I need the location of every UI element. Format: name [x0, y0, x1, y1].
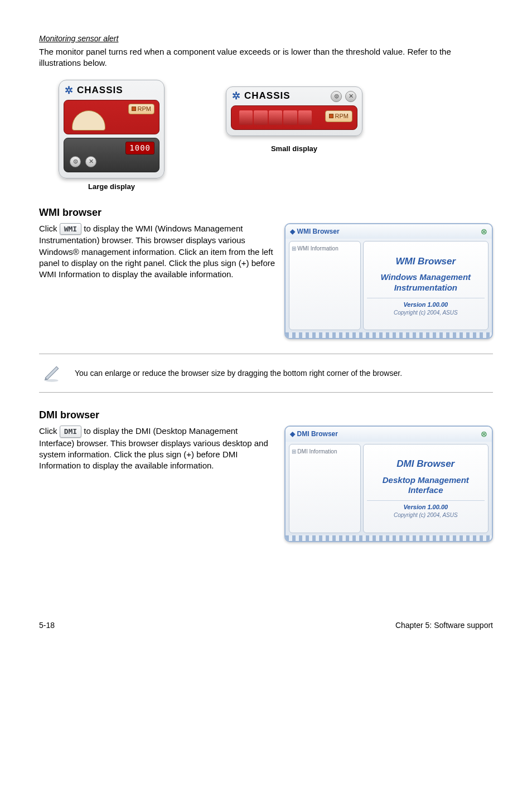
- wmi-main-panel: WMI Browser Windows Management Instrumen…: [363, 241, 489, 330]
- wmi-window-body: WMI Information WMI Browser Windows Mana…: [286, 239, 492, 332]
- small-display-column: ✲ CHASSIS ⊜ ✕ RPM Small display: [226, 86, 362, 153]
- chapter-label: Chapter 5: Software support: [395, 620, 493, 631]
- close-icon[interactable]: ✕: [85, 156, 96, 167]
- dmi-window-title: DMI Browser: [297, 430, 338, 438]
- expand-icon[interactable]: ⊜: [331, 91, 342, 102]
- wmi-window-title: WMI Browser: [297, 228, 340, 235]
- chassis-large-gray-area: 1000 ⊜ ✕: [64, 138, 159, 172]
- rpm-badge: RPM: [325, 110, 352, 122]
- fan-icon: ✲: [232, 89, 241, 103]
- expand-icon[interactable]: ⊜: [70, 156, 81, 167]
- dmi-main-sub1: Desktop Management: [367, 475, 485, 486]
- panel-row: ✲ CHASSIS RPM 1000 ⊜ ✕ Large display: [59, 80, 493, 191]
- app-icon: ◆: [290, 228, 295, 235]
- close-icon[interactable]: ✕: [345, 91, 356, 102]
- dmi-window-body: DMI Information DMI Browser Desktop Mana…: [286, 442, 492, 535]
- pencil-icon: [39, 362, 65, 384]
- wmi-window-titlebar: ◆WMI Browser ⊗: [286, 224, 492, 239]
- wmi-main-title: WMI Browser: [367, 255, 485, 268]
- chassis-small-header: ✲ CHASSIS ⊜ ✕: [226, 87, 362, 105]
- large-display-column: ✲ CHASSIS RPM 1000 ⊜ ✕ Large display: [59, 80, 165, 191]
- small-display-caption: Small display: [226, 144, 362, 154]
- chassis-small-title: CHASSIS: [244, 90, 291, 103]
- wmi-main-sub2: Instrumentation: [367, 283, 485, 293]
- note-text: You can enlarge or reduce the browser si…: [75, 368, 402, 379]
- wmi-row: Click WMI to display the WMI (Windows Ma…: [39, 223, 493, 340]
- chassis-large-title: CHASSIS: [77, 84, 123, 97]
- rpm-label: RPM: [138, 105, 151, 113]
- window-close-icon[interactable]: ⊗: [481, 429, 487, 439]
- page-number: 5-18: [39, 620, 55, 631]
- dmi-row: Click DMI to display the DMI (Desktop Ma…: [39, 426, 493, 542]
- dmi-window-titlebar: ◆DMI Browser ⊗: [286, 427, 492, 442]
- dmi-heading: DMI browser: [39, 408, 493, 422]
- dmi-main-sub2: Interface: [367, 485, 485, 496]
- rpm-label: RPM: [335, 112, 349, 120]
- control-row: ⊜ ✕: [70, 156, 96, 167]
- dmi-tree-root[interactable]: DMI Information: [292, 448, 358, 456]
- dmi-screenshot: ◆DMI Browser ⊗ DMI Information DMI Brows…: [284, 426, 493, 542]
- dmi-paragraph: Click DMI to display the DMI (Desktop Ma…: [39, 426, 275, 472]
- wmi-window: ◆WMI Browser ⊗ WMI Information WMI Brows…: [284, 223, 493, 340]
- wmi-copyright: Copyright (c) 2004, ASUS: [367, 309, 485, 317]
- gauge-dial: [72, 110, 105, 131]
- large-display-caption: Large display: [59, 182, 165, 192]
- rpm-badge: RPM: [128, 104, 154, 114]
- wmi-heading: WMI browser: [39, 206, 493, 219]
- note-row: You can enlarge or reduce the browser si…: [39, 354, 493, 393]
- app-icon: ◆: [290, 430, 295, 438]
- dmi-main-panel: DMI Browser Desktop Management Interface…: [363, 444, 489, 533]
- chassis-small-panel: ✲ CHASSIS ⊜ ✕ RPM: [226, 86, 362, 136]
- wmi-tree-root[interactable]: WMI Information: [292, 245, 358, 253]
- window-resize-grip[interactable]: [286, 535, 492, 541]
- dmi-copyright: Copyright (c) 2004, ASUS: [367, 511, 485, 519]
- dmi-tree-panel[interactable]: DMI Information: [289, 444, 361, 533]
- wmi-screenshot: ◆WMI Browser ⊗ WMI Information WMI Brows…: [284, 223, 493, 340]
- section-body: The monitor panel turns red when a compo…: [39, 46, 493, 69]
- wmi-paragraph: Click WMI to display the WMI (Windows Ma…: [39, 223, 275, 281]
- wmi-tree-panel[interactable]: WMI Information: [289, 241, 361, 330]
- digital-readout: 1000: [125, 142, 154, 154]
- rpm-icon: [132, 107, 136, 111]
- chassis-large-red-area: RPM: [64, 100, 159, 134]
- dmi-window: ◆DMI Browser ⊗ DMI Information DMI Brows…: [284, 426, 493, 542]
- segment-display: [239, 110, 312, 125]
- chassis-large-header: ✲ CHASSIS: [59, 80, 164, 99]
- wmi-version: Version 1.00.00: [367, 298, 485, 309]
- dmi-main-title: DMI Browser: [367, 458, 485, 471]
- wmi-text-prefix: Click: [39, 224, 60, 233]
- chassis-small-red-area: RPM: [231, 105, 357, 130]
- dmi-version: Version 1.00.00: [367, 500, 485, 511]
- wmi-main-sub1: Windows Management: [367, 272, 485, 283]
- wmi-button[interactable]: WMI: [60, 223, 81, 235]
- dmi-text-prefix: Click: [39, 426, 60, 436]
- dmi-button[interactable]: DMI: [60, 426, 81, 438]
- rpm-icon: [329, 114, 333, 118]
- chassis-large-panel: ✲ CHASSIS RPM 1000 ⊜ ✕: [59, 80, 165, 178]
- window-resize-grip[interactable]: [286, 332, 492, 338]
- fan-icon: ✲: [65, 84, 74, 97]
- page-footer: 5-18 Chapter 5: Software support: [39, 620, 493, 631]
- window-close-icon[interactable]: ⊗: [481, 226, 487, 237]
- section-subheading: Monitoring sensor alert: [39, 33, 493, 44]
